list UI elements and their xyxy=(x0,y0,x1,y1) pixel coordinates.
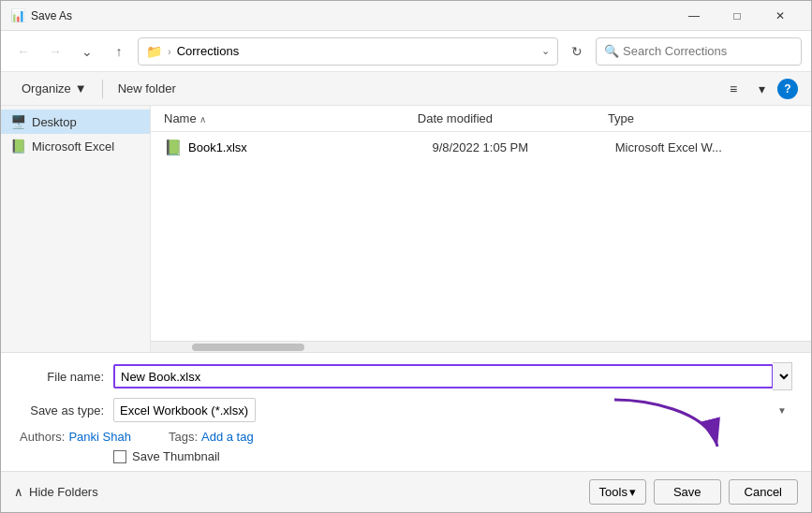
organize-label: Organize xyxy=(22,81,71,95)
desktop-icon: 🖥️ xyxy=(10,114,26,129)
file-list-body: 📗 Book1.xlsx 9/8/2022 1:05 PM Microsoft … xyxy=(151,132,811,341)
minimize-button[interactable]: — xyxy=(672,1,716,31)
bottom-form: File name: Save as type: Excel Workbook … xyxy=(1,352,811,471)
hide-folders-arrow: ∧ xyxy=(14,485,23,499)
view-button[interactable]: ≡ xyxy=(721,77,746,101)
hide-folders-button[interactable]: ∧ Hide Folders xyxy=(14,485,98,499)
file-icon: 📗 xyxy=(164,139,183,156)
toolbar: Organize ▼ New folder ≡ ▾ ? xyxy=(1,72,811,106)
title-bar: 📊 Save As — □ ✕ xyxy=(1,1,811,31)
tags-value[interactable]: Add a tag xyxy=(201,430,254,444)
tags-label: Tags: xyxy=(169,430,198,444)
excel-icon: 📗 xyxy=(10,139,26,154)
sidebar: 🖥️ Desktop 📗 Microsoft Excel xyxy=(1,106,151,352)
tools-arrow: ▾ xyxy=(629,485,636,499)
search-bar: 🔍 xyxy=(596,37,802,66)
refresh-button[interactable]: ↻ xyxy=(564,38,590,65)
file-list: Name ∧ Date modified Type 📗 Book1.xlsx 9… xyxy=(151,106,811,352)
maximize-button[interactable]: □ xyxy=(716,1,759,31)
main-content: 🖥️ Desktop 📗 Microsoft Excel Name ∧ Date… xyxy=(1,106,811,352)
toolbar-right: ≡ ▾ ? xyxy=(721,77,798,101)
authors-tags-row: Authors: Panki Shah Tags: Add a tag xyxy=(20,430,792,444)
window-controls: — □ ✕ xyxy=(672,1,802,31)
footer: ∧ Hide Folders Tools ▾ Save Cancel xyxy=(1,471,811,512)
sidebar-item-desktop[interactable]: 🖥️ Desktop xyxy=(1,110,150,134)
filename-dropdown[interactable] xyxy=(773,362,792,390)
view-dropdown-button[interactable]: ▾ xyxy=(749,77,774,101)
table-row[interactable]: 📗 Book1.xlsx 9/8/2022 1:05 PM Microsoft … xyxy=(151,134,811,161)
search-input[interactable] xyxy=(623,44,793,58)
close-button[interactable]: ✕ xyxy=(759,1,802,31)
file-list-header: Name ∧ Date modified Type xyxy=(151,106,811,132)
nav-bar: ← → ⌄ ↑ 📁 › Corrections ⌄ ↻ 🔍 xyxy=(1,31,811,72)
savetype-row: Save as type: Excel Workbook (*.xlsx) ▼ xyxy=(20,398,792,422)
cancel-button[interactable]: Cancel xyxy=(729,479,798,505)
tags-group: Tags: Add a tag xyxy=(169,430,254,444)
sidebar-item-excel[interactable]: 📗 Microsoft Excel xyxy=(1,134,150,158)
back-button[interactable]: ← xyxy=(10,38,37,65)
address-text: Corrections xyxy=(177,44,536,58)
authors-group: Authors: Panki Shah xyxy=(20,430,131,444)
savetype-wrapper: Excel Workbook (*.xlsx) ▼ xyxy=(113,398,792,422)
col-name-header[interactable]: Name ∧ xyxy=(164,111,418,125)
file-name: Book1.xlsx xyxy=(188,140,432,154)
filename-row: File name: xyxy=(20,362,792,390)
search-icon: 🔍 xyxy=(604,44,619,58)
col-date-header: Date modified xyxy=(418,111,608,125)
tools-button[interactable]: Tools ▾ xyxy=(589,479,646,505)
col-type-header: Type xyxy=(608,111,798,125)
address-bar[interactable]: 📁 › Corrections ⌄ xyxy=(138,37,558,66)
tools-label: Tools xyxy=(599,485,627,499)
organize-button[interactable]: Organize ▼ xyxy=(14,78,95,99)
sidebar-excel-label: Microsoft Excel xyxy=(32,139,114,154)
address-dropdown-icon[interactable]: ⌄ xyxy=(541,45,550,57)
toolbar-separator xyxy=(102,80,103,98)
thumbnail-row: Save Thumbnail xyxy=(20,449,792,463)
up-button[interactable]: ↑ xyxy=(106,38,132,65)
savetype-select[interactable]: Excel Workbook (*.xlsx) xyxy=(113,398,256,422)
hide-folders-label: Hide Folders xyxy=(29,485,98,499)
new-folder-button[interactable]: New folder xyxy=(111,78,184,99)
savetype-arrow: ▼ xyxy=(777,405,787,416)
filename-label: File name: xyxy=(20,370,113,384)
folder-icon: 📁 xyxy=(146,44,162,59)
authors-label: Authors: xyxy=(20,430,65,444)
filename-input[interactable] xyxy=(113,364,774,388)
horizontal-scrollbar[interactable] xyxy=(151,341,811,352)
forward-button[interactable]: → xyxy=(42,38,68,65)
sort-arrow: ∧ xyxy=(199,114,206,125)
dropdown-button[interactable]: ⌄ xyxy=(74,38,100,65)
dialog-title: Save As xyxy=(31,9,672,22)
organize-arrow: ▼ xyxy=(75,81,87,95)
savetype-label: Save as type: xyxy=(20,403,113,418)
file-date: 9/8/2022 1:05 PM xyxy=(432,140,614,154)
new-folder-label: New folder xyxy=(118,81,176,95)
footer-right: Tools ▾ Save Cancel xyxy=(589,479,798,505)
file-type: Microsoft Excel W... xyxy=(615,140,798,154)
sidebar-desktop-label: Desktop xyxy=(32,115,77,129)
thumbnail-label[interactable]: Save Thumbnail xyxy=(132,449,220,463)
thumbnail-checkbox[interactable] xyxy=(113,450,126,463)
authors-value[interactable]: Panki Shah xyxy=(68,430,131,444)
save-button[interactable]: Save xyxy=(654,479,721,505)
help-button[interactable]: ? xyxy=(777,79,798,99)
dialog-icon: 📊 xyxy=(10,8,25,23)
scrollbar-thumb[interactable] xyxy=(192,344,304,351)
address-separator: › xyxy=(168,46,171,57)
